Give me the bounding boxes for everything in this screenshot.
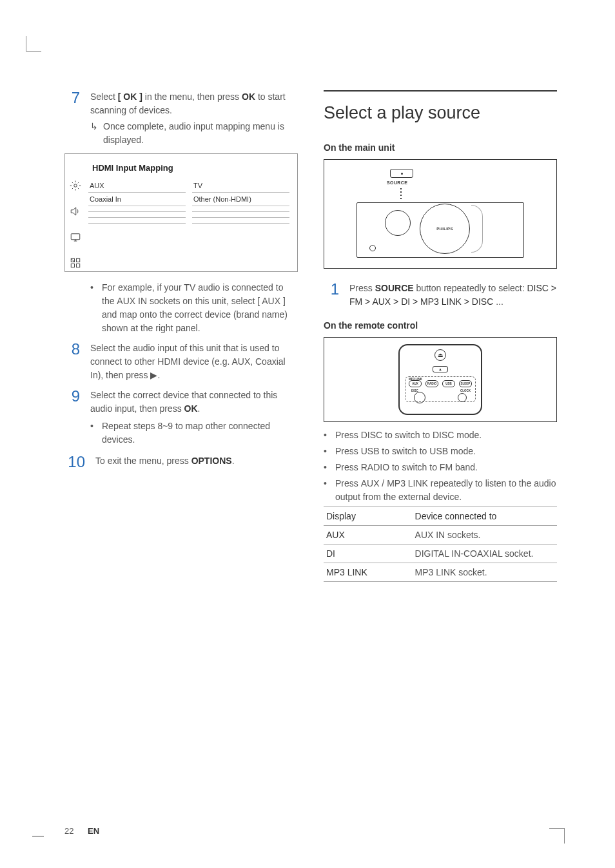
bullet-icon: • <box>324 445 329 458</box>
dotted-line <box>400 188 402 199</box>
arrow-icon: ↳ <box>90 120 98 147</box>
eject-icon <box>434 349 446 361</box>
table-row: Coaxial In Other (Non-HDMI) <box>88 193 289 206</box>
speaker-icon <box>70 206 81 220</box>
main-unit-drawing: SOURCE PHILIPS <box>356 169 524 259</box>
text: Press <box>349 283 375 293</box>
text: Press <box>335 462 361 472</box>
text: . <box>198 403 200 414</box>
cell: Coaxial In <box>88 193 186 206</box>
list-item: • Press RADIO to switch to FM band. <box>324 461 557 474</box>
svg-rect-5 <box>77 264 80 267</box>
cell <box>88 218 186 224</box>
table-row: AUX AUX IN sockets. <box>324 526 557 545</box>
cell: Other (Non-HDMI) <box>192 193 289 206</box>
device-table: Display Device connected to AUX AUX IN s… <box>324 506 557 582</box>
disc-bold: DISC <box>361 430 382 440</box>
text: Press AUX / MP3 LINK repeatedly to liste… <box>335 477 557 504</box>
bullet-icon: • <box>90 281 95 335</box>
large-dial: PHILIPS <box>420 204 470 254</box>
text: Press DISC to switch to DISC mode. <box>335 429 482 442</box>
col-display: Display <box>324 507 413 526</box>
svg-point-0 <box>74 184 77 188</box>
text: in the menu, then press <box>142 92 242 102</box>
circle-button-icon <box>414 392 425 403</box>
display-value: MP3 LINK <box>324 563 413 582</box>
step9-notes: • Repeat steps 8~9 to map other connecte… <box>90 420 298 447</box>
side-arc <box>471 205 483 253</box>
list-item: • Press AUX / MP3 LINK repeatedly to lis… <box>324 477 557 504</box>
step-text: Select the correct device that connected… <box>90 389 298 448</box>
svg-rect-4 <box>71 264 74 267</box>
sleep-button-icon: SLEEP <box>459 380 472 387</box>
step-text: Select [ OK ] in the menu, then press OK… <box>90 90 298 147</box>
list-item: • Repeat steps 8~9 to map other connecte… <box>90 420 298 447</box>
subheading-remote: On the remote control <box>324 320 557 331</box>
cell <box>192 212 289 218</box>
main-unit-diagram: SOURCE PHILIPS <box>324 159 557 269</box>
right-column: Select a play source On the main unit SO… <box>324 90 557 582</box>
text: to switch to FM band. <box>389 462 478 472</box>
ok-bold: OK <box>242 92 255 102</box>
result-line: ↳ Once complete, audio input mapping men… <box>90 120 298 147</box>
language-code: EN <box>88 826 99 836</box>
radio-bold: RADIO <box>361 462 389 472</box>
cell <box>88 212 186 218</box>
step-1-source: 1 Press SOURCE button repeatedly to sele… <box>324 282 557 309</box>
aux-in-bold: AUX IN <box>117 296 147 306</box>
hdmi-mapping-panel: HDMI Input Mapping AUX TV Coaxial In Oth… <box>64 153 298 272</box>
list-item: • Press DISC to switch to DISC mode. <box>324 429 557 442</box>
text: Press USB to switch to USB mode. <box>335 445 476 458</box>
options-bold: OPTIONS <box>191 456 232 466</box>
cell: AUX <box>88 179 186 193</box>
crop-mark <box>26 36 41 52</box>
text: For example, if your TV audio is connect… <box>102 281 298 335</box>
page-number: 22 <box>64 826 73 836</box>
table-row <box>88 212 289 218</box>
source-bold: SOURCE <box>375 283 414 293</box>
small-dial <box>385 210 411 236</box>
table-row <box>88 206 289 212</box>
table-row: DI DIGITAL IN-COAXIAL socket. <box>324 545 557 563</box>
step-number: 7 <box>64 90 80 106</box>
usb-button-icon: USB <box>442 380 455 387</box>
ok-bracket: [ OK ] <box>118 92 142 102</box>
text: button repeatedly to select: <box>414 283 527 293</box>
text: Press <box>335 446 361 456</box>
settings-icon <box>70 180 81 194</box>
source-label: SOURCE <box>387 180 407 185</box>
open-close-icon <box>433 366 448 372</box>
step-number: 10 <box>64 454 85 470</box>
hdmi-table: HDMI Input Mapping AUX TV Coaxial In Oth… <box>86 154 297 271</box>
text: Select <box>90 92 118 102</box>
step-text: Press SOURCE button repeatedly to select… <box>349 282 557 309</box>
cell: TV <box>192 179 289 193</box>
ok-bold: OK <box>184 403 198 414</box>
section-heading: Select a play source <box>324 90 557 123</box>
text: . <box>157 370 160 380</box>
text: sockets on this unit, select <box>147 296 257 306</box>
usb-bold: USB <box>361 446 380 456</box>
page-content: 7 Select [ OK ] in the menu, then press … <box>0 0 615 608</box>
list-item: • Press USB to switch to USB mode. <box>324 445 557 458</box>
table-row: MP3 LINK MP3 LINK socket. <box>324 563 557 582</box>
remote-button-row: AUX RADIO USB SLEEP <box>409 380 472 387</box>
step-9: 9 Select the correct device that connect… <box>64 389 298 448</box>
bullet-icon: • <box>324 429 329 442</box>
monitor-icon <box>70 231 81 246</box>
text: to switch to DISC mode. <box>382 430 482 440</box>
text: Repeat steps 8~9 to map other connected … <box>102 420 298 447</box>
remote-diagram: MP3 LINK AUX RADIO USB SLEEP DISC CLOCK <box>324 337 557 422</box>
step7-notes: • For example, if your TV audio is conne… <box>64 281 298 335</box>
remote-drawing: MP3 LINK AUX RADIO USB SLEEP DISC CLOCK <box>398 344 482 415</box>
bullet-icon: • <box>324 461 329 474</box>
aux-bracket-bold: [ AUX ] <box>257 296 286 306</box>
clock-label: CLOCK <box>460 389 471 392</box>
aux-mp3link-bold: AUX / MP3 LINK <box>361 478 428 488</box>
aux-button-icon: AUX <box>409 380 422 387</box>
radio-button-icon: RADIO <box>425 380 438 387</box>
text: To exit the menu, press <box>95 456 191 466</box>
step-8: 8 Select the audio input of this unit th… <box>64 342 298 382</box>
subheading-main-unit: On the main unit <box>324 142 557 153</box>
text: Press <box>335 430 361 440</box>
